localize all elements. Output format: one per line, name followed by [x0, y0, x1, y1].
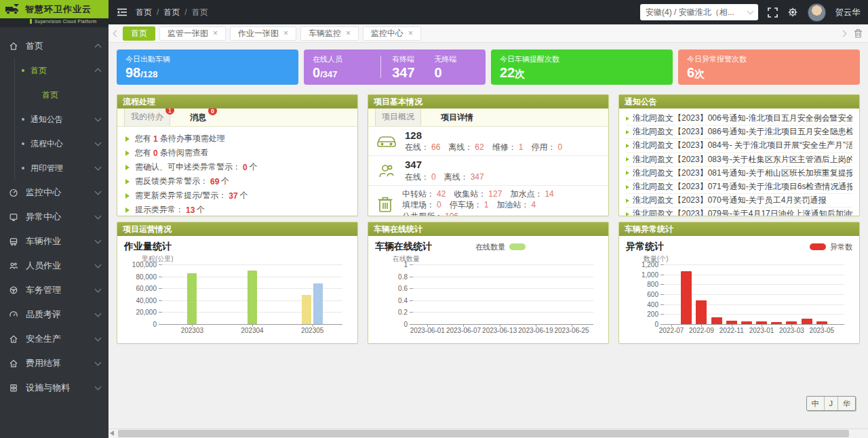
close-icon[interactable]: × — [346, 29, 351, 37]
facility-summary-row: 中转站：42收集站：127加水点：14填埋场：0停车场：1加油站：4公共厕所：1… — [368, 186, 608, 216]
notice-item[interactable]: 淮北同盈文【2023】070号通知-关于员工4月奖罚通报 — [626, 194, 852, 207]
sidebar-item-安全生产[interactable]: 安全生产 — [0, 327, 108, 351]
chart-title: 异常统计 — [626, 241, 664, 253]
stat-pair: 离线：62 — [448, 142, 484, 153]
chart-header: 车辆在线统计在线数量 — [375, 240, 601, 254]
sidebar-item-车务管理[interactable]: 车务管理 — [0, 278, 108, 302]
sidebar-item-用印管理[interactable]: 用印管理 — [15, 156, 108, 180]
username[interactable]: 贺云华 — [835, 7, 860, 18]
tab-首页[interactable]: 首页 — [123, 26, 155, 41]
app-logo[interactable]: 智慧环卫作业云 Supervision Cloud Platform — [0, 0, 108, 27]
notice-item[interactable]: 淮北同盈文【2023】071号通知-关于淮北项目6s检查情况通报(2)(2) — [626, 180, 852, 194]
region-select[interactable]: 安徽(4) / 安徽淮北（相... — [640, 4, 758, 20]
y-tick-mark — [159, 300, 162, 301]
y-tick-mark — [660, 294, 664, 295]
y-tick-label: 100,000 — [132, 261, 157, 268]
facility-line: 中转站：42收集站：127加水点：14 — [402, 188, 554, 200]
process-item[interactable]: 需更新类异常提示/警示：37 个 — [125, 188, 349, 203]
process-item-text: 条待办事项需处理 — [160, 133, 225, 144]
y-tick-mark — [159, 277, 162, 277]
notice-item[interactable]: 淮北同盈文【2023】081号通知-关于相山区班长加班重复提报的通报 — [626, 167, 852, 180]
close-icon[interactable]: × — [408, 29, 413, 37]
tab-messages[interactable]: 消息0 — [184, 109, 212, 126]
sidebar-item-设施与物料[interactable]: 设施与物料 — [0, 376, 108, 400]
y-tick-mark — [159, 288, 162, 289]
notice-item[interactable]: 淮北同盈文【2023】006号通知-淮北项目五月安全例会暨安全生产月启动会… — [626, 112, 852, 125]
notice-item[interactable]: 淮北同盈文【2023】086号通知-关于淮北项目五月安全隐患检查情况通告 — [626, 125, 852, 139]
stat-label: 有终端 — [392, 54, 434, 64]
tab-监管一张图[interactable]: 监管一张图× — [159, 26, 226, 41]
sidebar-item-首页[interactable]: 首页 — [15, 58, 108, 83]
process-item[interactable]: 您有0条待阅需查看 — [125, 146, 349, 160]
bullet-dot-icon — [22, 167, 24, 170]
stat-pair: 加水点：14 — [510, 188, 553, 200]
process-item[interactable]: 提示类异常：13 个 — [125, 203, 349, 216]
sidebar-item-通知公告[interactable]: 通知公告 — [15, 107, 108, 132]
breadcrumb-item[interactable]: 首页 — [136, 7, 152, 18]
close-icon[interactable]: × — [213, 29, 218, 37]
panel-title: 车辆异常统计 — [619, 222, 859, 236]
trash-icon[interactable] — [854, 28, 863, 38]
x-axis-labels: 2022-072022-092022-112023-012023-032023-… — [664, 324, 844, 335]
notice-item[interactable]: 淮北同盈文【2023】083号-关于杜集区东片区主管酒后上岗的处罚通告 — [626, 153, 852, 167]
y-tick-mark — [410, 288, 413, 289]
sidebar-item-首页[interactable]: 首页 — [0, 34, 108, 58]
user-avatar[interactable] — [808, 3, 826, 22]
x-tick-label: 2023-06-25 — [555, 327, 589, 334]
gridline — [413, 277, 593, 277]
scroll-left-arrow-icon[interactable] — [110, 431, 114, 436]
process-list: 您有1条待办事项需处理您有0条待阅需查看需确认、可申述类异常警示：0 个需反馈类… — [117, 127, 357, 216]
x-tick-label: 2023-01 — [749, 327, 774, 334]
ime-toolbar[interactable]: 中 J 华 — [806, 396, 856, 411]
sidebar-item-品质考评[interactable]: 品质考评 — [0, 302, 108, 327]
tab-车辆监控[interactable]: 车辆监控× — [300, 26, 359, 41]
process-item-text: 个 — [197, 204, 205, 216]
truck-logo-icon — [4, 3, 22, 16]
sidebar-item-label: 车辆作业 — [26, 235, 96, 247]
tab-project-overview[interactable]: 项目概况 — [375, 108, 421, 126]
notice-item[interactable]: 淮北同盈文【2023】084号- 关于淮北项目开展“安全生产月”活动的通知 — [626, 139, 852, 153]
fullscreen-icon[interactable] — [768, 7, 778, 18]
logo-band: 智慧环卫作业云 — [0, 0, 108, 18]
stat-label: 无终端 — [435, 54, 477, 64]
menu-collapse-icon[interactable] — [117, 7, 127, 17]
sidebar-item-首页[interactable]: 首页 — [15, 83, 108, 107]
y-tick-label: 800 — [647, 281, 658, 288]
scrollbar-thumb[interactable] — [118, 430, 849, 437]
tab-scroll-right-icon[interactable] — [841, 31, 846, 36]
process-item[interactable]: 需反馈类异常警示：69 个 — [125, 174, 349, 188]
tab-监控中心[interactable]: 监控中心× — [363, 26, 421, 41]
notice-item[interactable]: 淮北同盈文【2023】079号-关于4月17日油价上涨通知后加油情况通报 — [626, 207, 852, 216]
stat-pair: 离线：347 — [444, 172, 484, 183]
sidebar-item-费用结算[interactable]: 费用结算 — [0, 351, 108, 376]
operations-chart-panel: 项目运营情况 作业量统计里程(公里)020,00040,00060,00080,… — [117, 222, 358, 344]
tab-作业一张图[interactable]: 作业一张图× — [230, 26, 296, 41]
gridline — [413, 312, 593, 313]
horizontal-scrollbar[interactable] — [108, 429, 868, 438]
close-icon[interactable]: × — [283, 29, 288, 37]
breadcrumb-item[interactable]: 首页 — [163, 7, 180, 18]
sidebar-item-异常中心[interactable]: 异常中心 — [0, 205, 108, 229]
sidebar-item-车辆作业[interactable]: 车辆作业 — [0, 229, 108, 254]
home-icon — [8, 41, 19, 52]
gear-icon[interactable] — [787, 7, 798, 18]
arrow-right-icon — [626, 171, 629, 175]
region-select-value: 安徽(4) / 安徽淮北（相... — [646, 7, 734, 18]
tab-label: 首页 — [131, 28, 147, 39]
process-item-count: 37 — [229, 191, 237, 201]
sidebar-item-流程中心[interactable]: 流程中心 — [15, 132, 108, 156]
panel-body: 淮北同盈文【2023】006号通知-淮北项目五月安全例会暨安全生产月启动会…淮北… — [619, 108, 859, 216]
tab-project-detail[interactable]: 项目详情 — [435, 109, 479, 126]
sidebar-item-人员作业[interactable]: 人员作业 — [0, 254, 108, 278]
sidebar-item-监控中心[interactable]: 监控中心 — [0, 180, 108, 205]
tab-scroll-left-icon[interactable] — [114, 31, 119, 36]
process-item[interactable]: 您有1条待办事项需处理 — [125, 132, 349, 146]
app-window: 智慧环卫作业云 Supervision Cloud Platform 首页首页首… — [0, 0, 868, 438]
process-item[interactable]: 需确认、可申述类异常警示：0 个 — [125, 160, 349, 174]
breadcrumb-separator: / — [157, 7, 159, 17]
stat-group-online: 在线人员 0/347 — [313, 54, 370, 79]
y-tick-label: 40,000 — [136, 296, 157, 304]
app-title: 智慧环卫作业云 — [25, 3, 92, 16]
stat-card-personnel: 在线人员 0/347 有终端 347 无终端 0 — [304, 49, 486, 85]
tab-my-todo[interactable]: 我的待办1 — [124, 108, 170, 126]
